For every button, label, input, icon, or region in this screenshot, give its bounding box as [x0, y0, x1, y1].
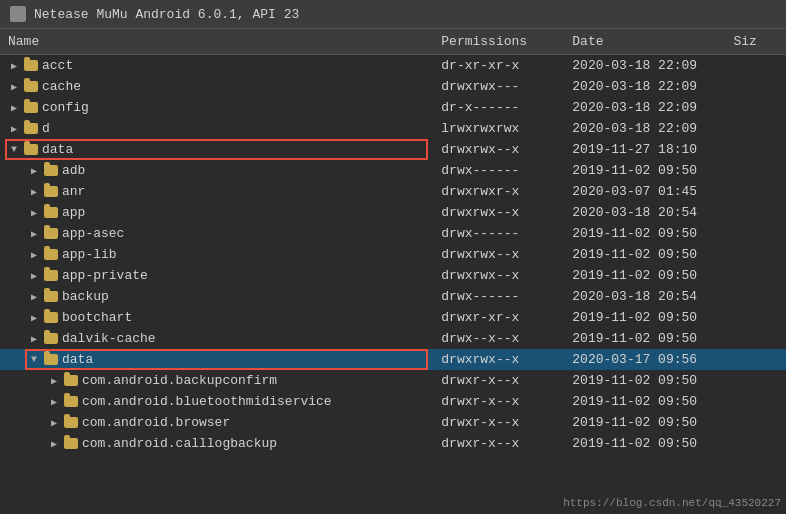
permissions-cell: drwxrwx--- [433, 76, 564, 97]
date-cell: 2019-11-02 09:50 [564, 244, 725, 265]
table-row[interactable]: ▶bootchartdrwxr-xr-x2019-11-02 09:50 [0, 307, 786, 328]
title-bar: Netease MuMu Android 6.0.1, API 23 [0, 0, 786, 29]
folder-icon [24, 144, 38, 155]
expander-icon[interactable]: ▶ [8, 81, 20, 93]
table-row[interactable]: ▶dalvik-cachedrwx--x--x2019-11-02 09:50 [0, 328, 786, 349]
date-cell: 2019-11-02 09:50 [564, 370, 725, 391]
table-row[interactable]: ▶app-libdrwxrwx--x2019-11-02 09:50 [0, 244, 786, 265]
size-cell [726, 55, 786, 77]
table-row[interactable]: ▶dlrwxrwxrwx2020-03-18 22:09 [0, 118, 786, 139]
file-name: adb [62, 163, 85, 178]
date-cell: 2019-11-02 09:50 [564, 412, 725, 433]
table-row[interactable]: ▶acctdr-xr-xr-x2020-03-18 22:09 [0, 55, 786, 77]
folder-icon [44, 165, 58, 176]
expander-icon[interactable]: ▼ [8, 144, 20, 156]
table-row[interactable]: ▶com.android.backupconfirmdrwxr-x--x2019… [0, 370, 786, 391]
folder-icon [44, 291, 58, 302]
folder-icon [44, 354, 58, 365]
size-cell [726, 244, 786, 265]
expander-icon[interactable]: ▶ [48, 375, 60, 387]
permissions-cell: dr-x------ [433, 97, 564, 118]
col-permissions: Permissions [433, 29, 564, 55]
expander-icon[interactable]: ▶ [48, 438, 60, 450]
folder-cell: ▶bootchart [28, 310, 425, 325]
file-name: anr [62, 184, 85, 199]
table-row[interactable]: ▼datadrwxrwx--x2020-03-17 09:56 [0, 349, 786, 370]
table-row[interactable]: ▼datadrwxrwx--x2019-11-27 18:10 [0, 139, 786, 160]
size-cell [726, 160, 786, 181]
size-cell [726, 349, 786, 370]
table-row[interactable]: ▶adbdrwx------2019-11-02 09:50 [0, 160, 786, 181]
folder-icon [64, 396, 78, 407]
table-row[interactable]: ▶configdr-x------2020-03-18 22:09 [0, 97, 786, 118]
expander-icon[interactable]: ▶ [28, 291, 40, 303]
expander-icon[interactable]: ▼ [28, 354, 40, 366]
date-cell: 2020-03-18 20:54 [564, 202, 725, 223]
folder-icon [44, 228, 58, 239]
permissions-cell: drwxr-x--x [433, 412, 564, 433]
permissions-cell: drwx------ [433, 286, 564, 307]
expander-icon[interactable]: ▶ [28, 228, 40, 240]
folder-cell: ▶backup [28, 289, 425, 304]
folder-cell: ▶app-lib [28, 247, 425, 262]
expander-icon[interactable]: ▶ [8, 123, 20, 135]
col-name: Name [0, 29, 433, 55]
folder-icon [44, 312, 58, 323]
file-browser: Name Permissions Date Siz ▶acctdr-xr-xr-… [0, 29, 786, 509]
date-cell: 2020-03-18 22:09 [564, 76, 725, 97]
size-cell [726, 265, 786, 286]
size-cell [726, 118, 786, 139]
expander-icon[interactable]: ▶ [28, 207, 40, 219]
table-row[interactable]: ▶app-privatedrwxrwx--x2019-11-02 09:50 [0, 265, 786, 286]
table-row[interactable]: ▶com.android.browserdrwxr-x--x2019-11-02… [0, 412, 786, 433]
size-cell [726, 76, 786, 97]
table-row[interactable]: ▶cachedrwxrwx---2020-03-18 22:09 [0, 76, 786, 97]
folder-icon [44, 270, 58, 281]
size-cell [726, 412, 786, 433]
folder-cell: ▶config [8, 100, 425, 115]
file-name: data [62, 352, 93, 367]
expander-icon[interactable]: ▶ [8, 60, 20, 72]
date-cell: 2019-11-27 18:10 [564, 139, 725, 160]
folder-cell: ▶dalvik-cache [28, 331, 425, 346]
table-row[interactable]: ▶com.android.calllogbackupdrwxr-x--x2019… [0, 433, 786, 454]
file-name: app-private [62, 268, 148, 283]
col-date: Date [564, 29, 725, 55]
size-cell [726, 202, 786, 223]
size-cell [726, 433, 786, 454]
expander-icon[interactable]: ▶ [28, 186, 40, 198]
expander-icon[interactable]: ▶ [28, 312, 40, 324]
table-row[interactable]: ▶anrdrwxrwxr-x2020-03-07 01:45 [0, 181, 786, 202]
watermark: https://blog.csdn.net/qq_43520227 [563, 497, 781, 509]
file-name: d [42, 121, 50, 136]
size-cell [726, 286, 786, 307]
table-row[interactable]: ▶appdrwxrwx--x2020-03-18 20:54 [0, 202, 786, 223]
folder-cell: ▶app [28, 205, 425, 220]
table-row[interactable]: ▶app-asecdrwx------2019-11-02 09:50 [0, 223, 786, 244]
expander-icon[interactable]: ▶ [28, 333, 40, 345]
expander-icon[interactable]: ▶ [8, 102, 20, 114]
expander-icon[interactable]: ▶ [28, 249, 40, 261]
expander-icon[interactable]: ▶ [48, 396, 60, 408]
permissions-cell: drwx------ [433, 160, 564, 181]
col-size: Siz [726, 29, 786, 55]
file-name: data [42, 142, 73, 157]
expander-icon[interactable]: ▶ [28, 165, 40, 177]
file-table: Name Permissions Date Siz ▶acctdr-xr-xr-… [0, 29, 786, 454]
app-icon [10, 6, 26, 22]
folder-icon [64, 417, 78, 428]
table-header: Name Permissions Date Siz [0, 29, 786, 55]
table-row[interactable]: ▶com.android.bluetoothmidiservicedrwxr-x… [0, 391, 786, 412]
permissions-cell: drwx------ [433, 223, 564, 244]
permissions-cell: drwxr-xr-x [433, 307, 564, 328]
table-row[interactable]: ▶backupdrwx------2020-03-18 20:54 [0, 286, 786, 307]
expander-icon[interactable]: ▶ [48, 417, 60, 429]
date-cell: 2019-11-02 09:50 [564, 265, 725, 286]
date-cell: 2019-11-02 09:50 [564, 307, 725, 328]
expander-icon[interactable]: ▶ [28, 270, 40, 282]
permissions-cell: dr-xr-xr-x [433, 55, 564, 77]
folder-cell: ▶com.android.browser [48, 415, 425, 430]
date-cell: 2019-11-02 09:50 [564, 391, 725, 412]
size-cell [726, 139, 786, 160]
date-cell: 2019-11-02 09:50 [564, 223, 725, 244]
